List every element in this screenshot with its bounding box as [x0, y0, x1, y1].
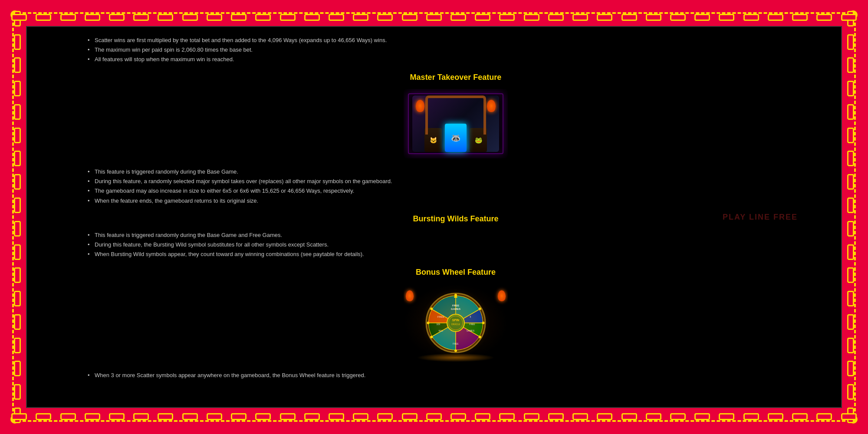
- bottom-pills: [9, 413, 859, 420]
- pill: [719, 413, 734, 420]
- pill: [792, 14, 808, 21]
- master-bullet-3: The gameboard may also increase in size …: [88, 186, 824, 196]
- bonus-wheel-image: FREE GAMES 8 FREE GAMES FREE KILL 10X FR…: [88, 284, 824, 362]
- pill: [621, 413, 637, 420]
- pill: [14, 384, 21, 400]
- pill: [847, 57, 854, 73]
- pill: [524, 14, 539, 21]
- pill: [158, 413, 173, 420]
- top-bullet-3: All features will stop when the maximum …: [88, 55, 824, 64]
- top-pills: [9, 14, 859, 21]
- bonus-wheel-title: Bonus Wheel Feature: [88, 268, 824, 277]
- pill: [280, 14, 296, 21]
- pill: [847, 384, 854, 400]
- pill: [402, 14, 418, 21]
- pill: [450, 14, 466, 21]
- pill: [719, 14, 734, 21]
- pill: [280, 413, 296, 420]
- pill: [450, 413, 466, 420]
- master-takeover-title: Master Takeover Feature: [88, 73, 824, 82]
- pill: [426, 413, 442, 420]
- pill: [847, 361, 854, 376]
- pill: [847, 151, 854, 166]
- pill: [14, 128, 21, 143]
- pill: [11, 413, 27, 420]
- pill: [14, 197, 21, 213]
- pill: [182, 14, 198, 21]
- pill: [646, 14, 661, 21]
- bonus-wheel-graphic: FREE GAMES 8 FREE GAMES FREE KILL 10X FR…: [404, 284, 508, 362]
- pill: [60, 14, 76, 21]
- pill: [11, 14, 27, 21]
- pill: [36, 413, 51, 420]
- master-inner: 🐱 🦝 🐸: [412, 95, 499, 152]
- pill: [109, 413, 125, 420]
- pill: [768, 413, 783, 420]
- pill: [816, 413, 832, 420]
- pill: [402, 413, 418, 420]
- pill: [133, 14, 149, 21]
- wheel-container: FREE GAMES 8 FREE GAMES FREE KILL 10X FR…: [421, 288, 490, 358]
- lantern-right-icon: [487, 100, 496, 112]
- pill: [329, 14, 344, 21]
- pill: [14, 81, 21, 96]
- pill: [377, 14, 393, 21]
- pill: [847, 221, 854, 237]
- pill: [14, 314, 21, 330]
- char-center: 🦝: [445, 124, 467, 152]
- pill: [14, 221, 21, 237]
- pill: [743, 413, 759, 420]
- pill: [548, 413, 564, 420]
- pill: [847, 267, 854, 283]
- pill: [353, 413, 368, 420]
- pill: [572, 14, 588, 21]
- pill: [109, 14, 125, 21]
- pill: [792, 413, 808, 420]
- watermark-text: PLAY LINE FREE: [723, 213, 798, 222]
- pill: [816, 14, 832, 21]
- lantern-left-icon: [416, 100, 424, 112]
- pill: [847, 244, 854, 260]
- pill: [304, 14, 320, 21]
- pill: [475, 413, 490, 420]
- pill: [646, 413, 661, 420]
- bursting-bullet-1: This feature is triggered randomly durin…: [88, 230, 824, 240]
- pill: [60, 413, 76, 420]
- pill: [255, 14, 271, 21]
- pill: [597, 14, 612, 21]
- master-bullet-1: This feature is triggered randomly durin…: [88, 167, 824, 177]
- pill: [14, 291, 21, 306]
- bursting-bullet-3: When Bursting Wild symbols appear, they …: [88, 250, 824, 259]
- pill: [499, 413, 515, 420]
- top-bullets-list: Scatter wins are first multiplied by the…: [88, 36, 824, 64]
- pill: [426, 14, 442, 21]
- pill: [14, 338, 21, 353]
- pill: [231, 14, 247, 21]
- pill: [743, 14, 759, 21]
- pill: [847, 128, 854, 143]
- pill: [133, 413, 149, 420]
- pill: [304, 413, 320, 420]
- pill: [847, 338, 854, 353]
- pill: [768, 14, 783, 21]
- pill: [14, 174, 21, 190]
- pill: [847, 197, 854, 213]
- master-takeover-bullets: This feature is triggered randomly durin…: [88, 167, 824, 205]
- pill: [14, 104, 21, 120]
- pill: [14, 57, 21, 73]
- pill: [847, 291, 854, 306]
- right-pills: [847, 9, 854, 425]
- pill: [694, 14, 710, 21]
- pill: [670, 413, 686, 420]
- pill: [207, 14, 222, 21]
- pill: [231, 413, 247, 420]
- pill: [847, 314, 854, 330]
- pill: [475, 14, 490, 21]
- pill: [847, 174, 854, 190]
- bursting-bullet-2: During this feature, the Bursting Wild s…: [88, 240, 824, 250]
- pill: [14, 34, 21, 50]
- pill: [694, 413, 710, 420]
- main-content: Scatter wins are first multiplied by the…: [26, 26, 842, 408]
- pill: [36, 14, 51, 21]
- pill: [182, 413, 198, 420]
